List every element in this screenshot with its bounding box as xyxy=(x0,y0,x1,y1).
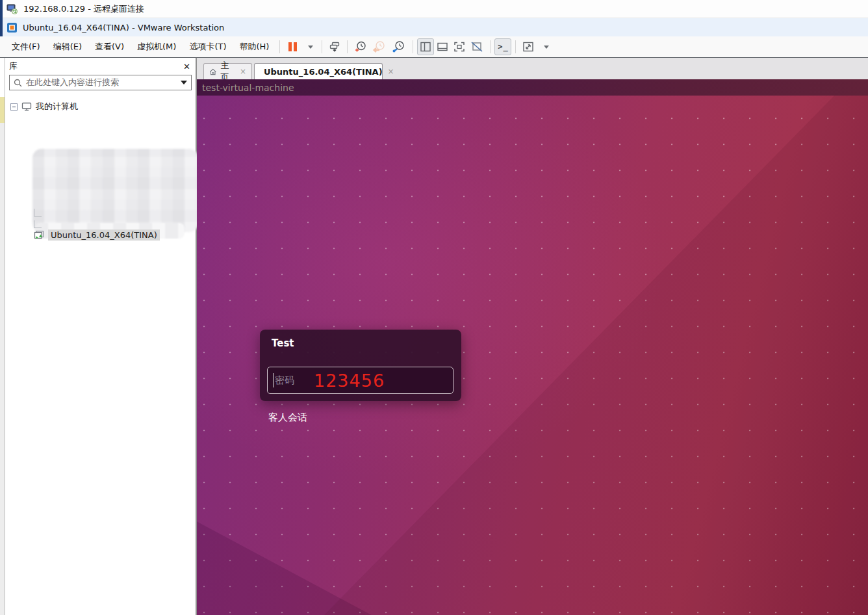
home-icon xyxy=(209,68,217,76)
tree-item-selected-vm[interactable]: Ubuntu_16.04_X64(TINA) xyxy=(34,229,160,241)
send-ctrl-alt-del-button[interactable] xyxy=(326,38,343,55)
login-username: Test xyxy=(272,337,294,349)
stretch-dropdown-button[interactable] xyxy=(537,38,554,55)
stretch-guest-button[interactable] xyxy=(520,38,537,55)
take-snapshot-button[interactable] xyxy=(351,38,370,55)
menu-toolbar: 文件(F) 编辑(E) 查看(V) 虚拟机(M) 选项卡(T) 帮助(H) xyxy=(0,36,868,57)
vm-running-icon xyxy=(34,230,44,240)
terminal-icon: >_ xyxy=(498,42,508,51)
close-icon[interactable]: × xyxy=(240,67,246,76)
chevron-down-icon xyxy=(544,46,549,49)
close-icon[interactable]: ✕ xyxy=(183,62,190,72)
library-header: 库 ✕ xyxy=(5,58,196,75)
rdp-connection-icon xyxy=(6,4,18,14)
vmware-workstation-icon xyxy=(6,22,18,33)
vm-console-screen[interactable]: test-virtual-machine Test 密码 123456 客人会话 xyxy=(197,79,868,615)
toolbar-separator xyxy=(322,40,322,53)
unity-mode-button[interactable] xyxy=(468,38,486,55)
show-thumbnail-bar-button[interactable] xyxy=(434,38,451,55)
toolbar-separator xyxy=(347,40,348,53)
manage-snapshots-button[interactable] xyxy=(389,38,409,55)
guest-session-link[interactable]: 客人会话 xyxy=(268,412,307,424)
tree-root-label: 我的计算机 xyxy=(36,101,78,112)
menu-tabs[interactable]: 选项卡(T) xyxy=(183,38,233,56)
vm-icon xyxy=(34,209,42,216)
toolbar-separator xyxy=(490,40,491,53)
menu-edit[interactable]: 编辑(E) xyxy=(47,38,88,56)
rdp-title-text: 192.168.0.129 - 远程桌面连接 xyxy=(23,3,144,15)
ubuntu-top-bar: test-virtual-machine xyxy=(197,79,868,96)
menu-view[interactable]: 查看(V) xyxy=(88,38,131,56)
vmware-title-bar: Ubuntu_16.04_X64(TINA) - VMware Workstat… xyxy=(0,18,868,36)
chevron-down-icon xyxy=(308,46,313,49)
sidebar-panel-icon xyxy=(420,41,431,53)
unity-mode-icon xyxy=(470,41,483,53)
show-library-button[interactable] xyxy=(417,38,434,55)
tab-strip: 主页 × Ubuntu_16.04_X64(TINA) × xyxy=(197,58,868,79)
password-placeholder: 密码 xyxy=(275,374,294,387)
password-input[interactable]: 密码 123456 xyxy=(267,367,453,394)
rdp-title-bar: 192.168.0.129 - 远程桌面连接 xyxy=(0,0,868,18)
ctrl-alt-del-icon xyxy=(329,41,340,53)
tree-root-row[interactable]: 我的计算机 xyxy=(5,101,196,112)
main-area: 主页 × Ubuntu_16.04_X64(TINA) × test-virtu… xyxy=(197,58,868,615)
menu-vm[interactable]: 虚拟机(M) xyxy=(131,38,183,56)
library-panel: 库 ✕ 在此处键入内容进行搜索 我的计算机 xyxy=(5,58,197,615)
toolbar-separator xyxy=(279,40,280,53)
search-placeholder: 在此处键入内容进行搜索 xyxy=(26,77,177,88)
password-value: 123456 xyxy=(314,371,385,391)
snapshot-revert-icon xyxy=(372,40,387,53)
login-dialog: Test 密码 123456 xyxy=(260,330,461,401)
background-window-sliver xyxy=(0,58,5,615)
vm-icon xyxy=(34,220,42,228)
pause-icon xyxy=(288,42,297,51)
vm-tree: 我的计算机 Ubuntu_16.04_X64(TINA) xyxy=(5,101,196,112)
library-search-box[interactable]: 在此处键入内容进行搜索 xyxy=(9,75,192,90)
tab-vm-ubuntu[interactable]: Ubuntu_16.04_X64(TINA) × xyxy=(254,63,383,79)
fullscreen-button[interactable] xyxy=(451,38,468,55)
fullscreen-brackets-icon xyxy=(453,41,465,53)
console-view-button[interactable]: >_ xyxy=(494,38,511,55)
tab-label: Ubuntu_16.04_X64(TINA) xyxy=(264,67,383,77)
close-icon[interactable]: × xyxy=(388,67,394,76)
hostname-text: test-virtual-machine xyxy=(202,83,294,93)
menu-file[interactable]: 文件(F) xyxy=(5,38,47,56)
remote-desktop-window: 192.168.0.129 - 远程桌面连接 Ubuntu_16.04_X64(… xyxy=(0,0,868,615)
search-icon xyxy=(14,79,22,87)
tree-item-label: Ubuntu_16.04_X64(TINA) xyxy=(48,229,160,241)
bottom-panel-icon xyxy=(437,41,448,53)
toolbar-separator xyxy=(413,40,413,53)
censored-region xyxy=(32,149,198,232)
text-cursor xyxy=(273,373,274,387)
window-edge-strip xyxy=(0,0,3,36)
tab-home[interactable]: 主页 × xyxy=(203,63,252,79)
snapshot-manage-wrench-icon xyxy=(392,40,406,53)
snapshot-clock-plus-icon xyxy=(354,40,367,53)
power-pause-button[interactable] xyxy=(284,38,301,55)
library-title: 库 xyxy=(9,60,18,72)
resize-display-icon xyxy=(522,41,534,53)
collapse-icon[interactable] xyxy=(10,103,18,111)
toolbar-separator xyxy=(515,40,516,53)
vmware-title-text: Ubuntu_16.04_X64(TINA) - VMware Workstat… xyxy=(23,23,224,33)
power-dropdown-button[interactable] xyxy=(301,38,318,55)
menu-help[interactable]: 帮助(H) xyxy=(233,38,276,56)
revert-snapshot-button[interactable] xyxy=(370,38,389,55)
computer-icon xyxy=(21,102,32,111)
chevron-down-icon[interactable] xyxy=(181,81,187,85)
